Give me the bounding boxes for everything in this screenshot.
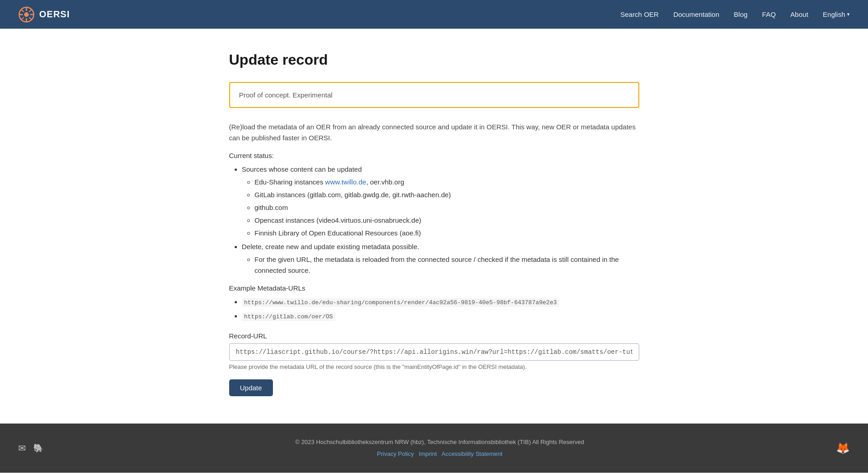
main-nav: Search OER Documentation Blog FAQ About … [620,10,850,18]
sub-item-finnish-library: Finnish Library of Open Educational Reso… [255,228,639,239]
current-status-label: Current status: [229,152,639,159]
sub-list-delete-create: For the given URL, the metadata is reloa… [242,254,639,276]
sub-item-url-reload: For the given URL, the metadata is reloa… [255,254,639,276]
hint-text: Please provide the metadata URL of the r… [229,363,639,370]
footer-right-icon: 🦊 [836,442,850,455]
footer-social-icons: ✉ 🐘 [18,443,43,454]
svg-line-9 [21,17,24,20]
example-url-item-1: https://www.twillo.de/edu-sharing/compon… [242,296,639,308]
example-url-item-2: https://gitlab.com/oer/OS [242,311,639,322]
logo-text: OERSI [39,9,70,20]
nav-documentation[interactable]: Documentation [673,10,719,18]
svg-line-7 [29,17,32,20]
privacy-policy-link[interactable]: Privacy Policy [377,450,414,457]
logo-link[interactable]: OERSI [18,6,70,23]
twillo-link[interactable]: www.twillo.de [325,178,366,186]
svg-line-8 [29,9,32,12]
imprint-link[interactable]: Imprint [419,450,437,457]
header: OERSI Search OER Documentation Blog FAQ … [0,0,868,29]
chevron-down-icon: ▾ [847,11,850,17]
footer: ✉ 🐘 © 2023 Hochschulbibliothekszentrum N… [0,424,868,473]
status-item-sources-text: Sources whose content can be updated [242,165,362,173]
status-item-sources: Sources whose content can be updated Edu… [242,164,639,239]
record-url-label: Record-URL [229,332,639,340]
nav-language[interactable]: English ▾ [823,10,850,18]
oersi-logo-icon [18,6,35,23]
footer-links: Privacy Policy Imprint Accessibility Sta… [295,449,584,459]
nav-faq[interactable]: FAQ [762,10,776,18]
nav-blog[interactable]: Blog [734,10,748,18]
sub-item-github: github.com [255,202,639,213]
email-icon[interactable]: ✉ [18,443,26,454]
record-url-section: Record-URL Please provide the metadata U… [229,332,639,370]
status-list: Sources whose content can be updated Edu… [229,164,639,276]
accessibility-link[interactable]: Accessibility Statement [442,450,503,457]
sub-item-opencast: Opencast instances (video4.virtuos.uni-o… [255,215,639,226]
sub-list-sources: Edu-Sharing instances www.twillo.de, oer… [242,177,639,239]
svg-line-6 [21,9,24,12]
sub-item-edu-sharing: Edu-Sharing instances www.twillo.de, oer… [255,177,639,188]
page-title: Update record [229,51,639,68]
example-url-list: https://www.twillo.de/edu-sharing/compon… [229,296,639,322]
mastodon-icon[interactable]: 🐘 [33,443,43,453]
description-text: (Re)load the metadata of an OER from an … [229,122,639,143]
svg-point-1 [24,12,29,17]
status-item-delete-create: Delete, create new and update existing m… [242,241,639,276]
example-heading: Example Metadata-URLs [229,284,639,292]
sub-item-gitlab: GitLab instances (gitlab.com, gitlab.gwd… [255,189,639,200]
footer-center: © 2023 Hochschulbibliothekszentrum NRW (… [295,437,584,459]
footer-copyright: © 2023 Hochschulbibliothekszentrum NRW (… [295,437,584,447]
notice-text: Proof of concept. Experimental [239,91,333,99]
record-url-input[interactable] [229,343,639,361]
example-url-1-code: https://www.twillo.de/edu-sharing/compon… [242,298,560,307]
nav-search-oer[interactable]: Search OER [620,10,658,18]
update-button[interactable]: Update [229,379,273,396]
main-content: Update record Proof of concept. Experime… [216,29,653,424]
notice-box: Proof of concept. Experimental [229,82,639,108]
gitlab-icon[interactable]: 🦊 [836,442,850,454]
nav-about[interactable]: About [791,10,808,18]
example-url-2-code: https://gitlab.com/oer/OS [242,312,335,321]
